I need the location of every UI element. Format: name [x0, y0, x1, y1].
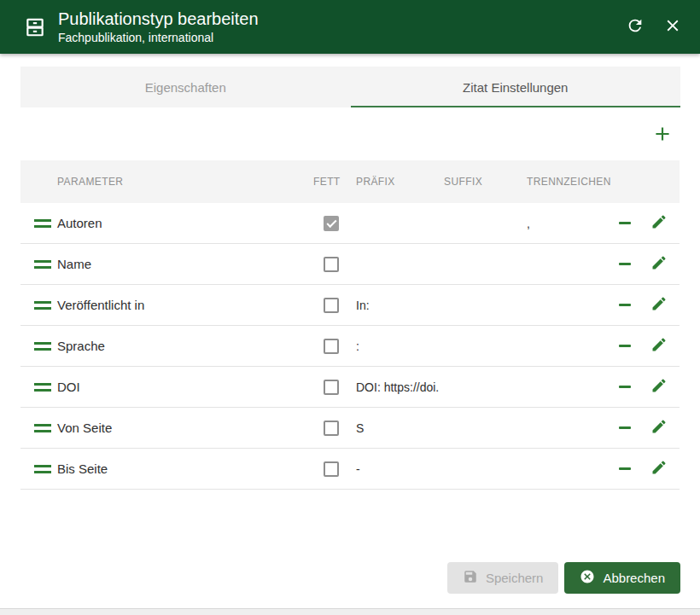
dialog-titles: Publikationstyp bearbeiten Fachpublikati…	[58, 9, 259, 45]
edit-row-button[interactable]	[649, 459, 669, 479]
fett-cell	[313, 380, 356, 395]
save-button-label: Speichern	[486, 571, 544, 585]
fett-cell	[313, 216, 356, 231]
minus-icon	[619, 426, 631, 429]
remove-row-button[interactable]	[615, 336, 635, 357]
drag-handle-icon[interactable]	[34, 260, 51, 269]
pencil-icon	[650, 295, 668, 315]
circle-x-icon	[580, 569, 595, 587]
tab-label: Eigenschaften	[145, 80, 226, 95]
add-parameter-row	[0, 107, 700, 160]
remove-row-button[interactable]	[615, 377, 635, 397]
minus-icon	[619, 467, 631, 470]
remove-row-button[interactable]	[615, 418, 635, 438]
praefix-value: DOI: https://doi.	[356, 380, 444, 394]
fett-cell	[313, 339, 356, 354]
table-row: Autoren ,	[20, 203, 680, 244]
cancel-button-label: Abbrechen	[603, 571, 665, 585]
fett-checkbox[interactable]	[324, 339, 339, 354]
cabinet-icon	[24, 16, 46, 38]
praefix-value: In:	[356, 299, 444, 312]
parameter-label: Von Seite	[57, 421, 313, 435]
pencil-icon	[650, 377, 668, 397]
drag-cell	[34, 465, 57, 473]
drag-handle-icon[interactable]	[34, 465, 51, 473]
parameter-label: Veröffentlicht in	[57, 298, 313, 312]
parameter-label: Name	[57, 257, 313, 271]
parameter-label: Bis Seite	[57, 461, 313, 476]
drag-handle-icon[interactable]	[34, 383, 51, 392]
praefix-value: -	[356, 462, 444, 476]
tab-label: Zitat Einstellungen	[463, 80, 568, 95]
parameter-label: Autoren	[57, 216, 313, 230]
edit-row-button[interactable]	[649, 418, 669, 438]
plus-icon	[651, 135, 674, 148]
drag-handle-icon[interactable]	[34, 424, 51, 432]
table-header-row: PARAMETER FETT PRÄFIX SUFFIX TRENNZEICHE…	[20, 160, 680, 203]
refresh-icon	[626, 16, 645, 38]
pencil-icon	[650, 213, 668, 233]
fett-cell	[313, 461, 356, 477]
pencil-icon	[650, 418, 668, 438]
edit-row-button[interactable]	[649, 213, 669, 234]
remove-row-button[interactable]	[615, 459, 635, 479]
pencil-icon	[650, 336, 668, 356]
dialog-title: Publikationstyp bearbeiten	[58, 9, 259, 29]
edit-row-button[interactable]	[649, 254, 669, 275]
edit-row-button[interactable]	[649, 377, 669, 397]
tab-eigenschaften[interactable]: Eigenschaften	[20, 67, 351, 107]
save-button[interactable]: Speichern	[447, 562, 559, 594]
minus-icon	[619, 222, 631, 224]
fett-checkbox[interactable]	[324, 298, 339, 313]
parameter-label: DOI	[57, 380, 313, 394]
table-row: Bis Seite -	[20, 449, 680, 490]
table-row: Von Seite S	[20, 408, 680, 449]
column-header-praefix: PRÄFIX	[356, 176, 444, 188]
fett-cell	[313, 421, 356, 436]
dialog-subtitle: Fachpublikation, international	[58, 31, 259, 45]
edit-row-button[interactable]	[649, 336, 669, 357]
drag-cell	[34, 260, 57, 269]
titlebar-actions	[625, 17, 683, 38]
drag-handle-icon[interactable]	[34, 219, 51, 228]
table-row: Name	[20, 244, 680, 285]
citation-parameters-table: PARAMETER FETT PRÄFIX SUFFIX TRENNZEICHE…	[20, 160, 680, 490]
tab-zitat-einstellungen[interactable]: Zitat Einstellungen	[351, 67, 681, 107]
remove-row-button[interactable]	[615, 295, 635, 316]
column-header-parameter: PARAMETER	[57, 176, 313, 188]
add-parameter-button[interactable]	[651, 123, 674, 145]
fett-checkbox[interactable]	[324, 257, 339, 272]
praefix-value: :	[356, 339, 444, 353]
fett-checkbox[interactable]	[324, 461, 339, 477]
fett-cell	[313, 298, 356, 313]
fett-checkbox[interactable]	[324, 421, 339, 436]
column-header-trennzeichen: TRENNZEICHEN	[527, 176, 611, 188]
cancel-button[interactable]: Abbrechen	[564, 562, 680, 594]
table-body: Autoren , Name	[20, 203, 680, 490]
table-row: Veröffentlicht in In:	[20, 285, 680, 326]
fett-checkbox[interactable]	[324, 380, 339, 395]
minus-icon	[619, 263, 631, 265]
minus-icon	[619, 386, 631, 388]
drag-cell	[34, 342, 57, 351]
floppy-icon	[463, 569, 478, 587]
edit-row-button[interactable]	[649, 295, 669, 316]
trennzeichen-value: ,	[527, 217, 608, 230]
drag-cell	[34, 301, 57, 310]
close-button[interactable]	[662, 17, 683, 38]
minus-icon	[619, 304, 631, 306]
praefix-value: S	[356, 421, 444, 435]
fett-checkbox[interactable]	[324, 216, 339, 231]
drag-handle-icon[interactable]	[34, 342, 51, 351]
remove-row-button[interactable]	[615, 254, 635, 275]
edit-publication-type-dialog: Publikationstyp bearbeiten Fachpublikati…	[0, 0, 700, 615]
drag-cell	[34, 383, 57, 392]
pencil-icon	[650, 459, 668, 479]
minus-icon	[619, 345, 631, 347]
drag-handle-icon[interactable]	[34, 301, 51, 310]
remove-row-button[interactable]	[615, 213, 635, 234]
refresh-button[interactable]	[625, 17, 645, 38]
pencil-icon	[650, 254, 668, 274]
column-header-fett: FETT	[313, 176, 356, 188]
drag-cell	[34, 424, 57, 432]
